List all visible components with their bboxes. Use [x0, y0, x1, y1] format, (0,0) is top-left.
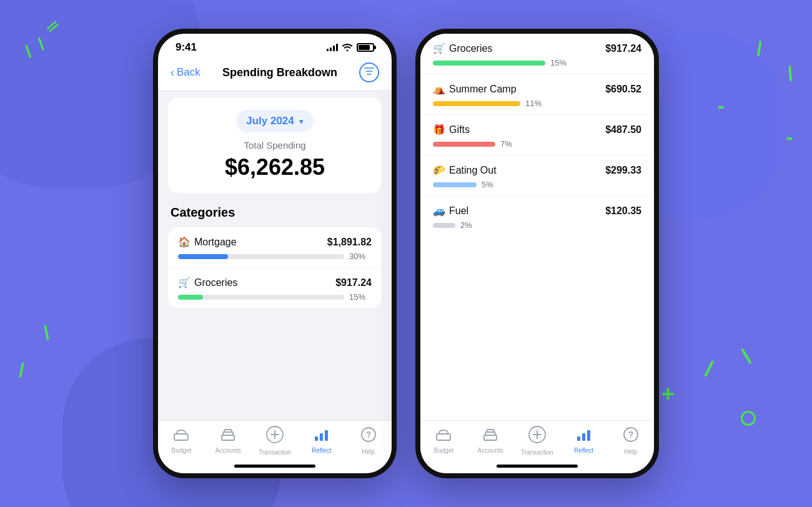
groceries-progress-bg-1 [178, 295, 344, 300]
p2-amount-fuel: $120.35 [605, 205, 641, 217]
p2-amount-eatingout: $299.33 [605, 165, 641, 176]
deco-slash-bl: / [19, 359, 24, 382]
phones-container: 9:41 [153, 29, 659, 478]
p2-row-groceries: 🛒 Groceries $917.24 [433, 42, 641, 54]
groceries-emoji-1: 🛒 [178, 277, 191, 288]
p2-name-gifts: 🎁 Gifts [433, 124, 470, 135]
p2-pl-summercamp: 11% [525, 99, 548, 108]
p2-pl-groceries: 15% [550, 58, 573, 67]
p2-category-groceries: 🛒 Groceries $917.24 15% [420, 34, 654, 74]
tab-budget-1[interactable]: Budget [162, 428, 200, 454]
p2-fuel-emoji: 🚙 [433, 205, 445, 217]
category-row-groceries-1: 🛒 Groceries $917.24 [178, 277, 372, 288]
p2-name-eatingout: 🌮 Eating Out [433, 164, 497, 176]
signal-bar-1 [327, 49, 329, 51]
p2-pb-groceries [433, 61, 545, 66]
month-selector[interactable]: July 2024 ▾ [236, 110, 314, 132]
deco-backslash-bl: \ [44, 322, 49, 345]
tab-label-accounts-2: Accounts [478, 447, 503, 454]
tab-reflect-2[interactable]: Reflect [565, 428, 603, 454]
groceries-progress-label-1: 15% [349, 292, 372, 302]
tab-budget-2[interactable]: Budget [425, 428, 462, 454]
p2-progress-gifts: 7% [433, 139, 641, 149]
p2-name-summercamp: ⛺ Summer Camp [433, 83, 517, 95]
tab-label-reflect-2: Reflect [574, 447, 593, 454]
transaction-icon-2 [528, 426, 546, 447]
tab-reflect-1[interactable]: Reflect [303, 428, 340, 454]
back-button[interactable]: ‹ Back [171, 66, 201, 79]
tab-label-transaction-2: Transaction [521, 449, 553, 456]
mortgage-emoji: 🏠 [178, 236, 191, 248]
svg-text:?: ? [628, 430, 633, 440]
svg-rect-8 [315, 436, 318, 441]
p2-progress-eatingout: 5% [433, 180, 641, 189]
tab-accounts-1[interactable]: Accounts [209, 428, 247, 454]
tab-accounts-2[interactable]: Accounts [472, 428, 509, 454]
filter-icon [364, 67, 374, 78]
deco-dash-tr: - [718, 94, 725, 118]
signal-bar-3 [333, 46, 335, 51]
p2-eatingout-emoji: 🌮 [433, 164, 445, 176]
svg-rect-3 [174, 434, 188, 440]
tab-label-help-2: Help [624, 448, 637, 455]
tab-label-transaction-1: Transaction [259, 449, 291, 456]
p2-pbf-eatingout [433, 182, 477, 187]
phone2-content: 🛒 Groceries $917.24 15% [420, 34, 654, 420]
p2-pbf-gifts [433, 142, 495, 147]
wifi-icon-1 [342, 42, 353, 53]
tab-bar-2: Budget Accounts [420, 420, 654, 458]
budget-icon-2 [435, 428, 452, 445]
nav-bar-1: ‹ Back Spending Breakdown [158, 57, 392, 90]
category-list-1: 🏠 Mortgage $1,891.82 30% [168, 227, 382, 308]
p2-pb-summercamp [433, 101, 520, 106]
p2-row-eatingout: 🌮 Eating Out $299.33 [433, 164, 641, 176]
filter-button[interactable] [359, 62, 379, 82]
category-name-groceries-1: 🛒 Groceries [178, 277, 237, 288]
tab-label-help-1: Help [362, 448, 375, 455]
p2-pb-fuel [433, 223, 455, 228]
signal-bar-2 [330, 47, 332, 51]
p2-progress-summercamp: 11% [433, 99, 641, 108]
p2-name-fuel: 🚙 Fuel [433, 205, 468, 217]
home-indicator-1 [158, 458, 392, 473]
deco-plus-br: + [661, 381, 675, 407]
p2-row-gifts: 🎁 Gifts $487.50 [433, 124, 641, 135]
mortgage-progress-bg [178, 254, 344, 259]
transaction-icon-1 [266, 426, 284, 447]
tab-transaction-1[interactable]: Transaction [256, 426, 294, 456]
p2-amount-gifts: $487.50 [605, 124, 641, 135]
tab-transaction-2[interactable]: Transaction [518, 426, 556, 456]
svg-rect-14 [484, 435, 497, 440]
phone-2: 🛒 Groceries $917.24 15% [415, 29, 659, 478]
p2-pb-eatingout [433, 182, 477, 187]
p2-pl-eatingout: 5% [482, 180, 504, 189]
tab-help-1[interactable]: ? Help [350, 426, 387, 455]
category-row-mortgage: 🏠 Mortgage $1,891.82 [178, 236, 372, 248]
month-chevron-icon: ▾ [299, 117, 304, 126]
p2-row-fuel: 🚙 Fuel $120.35 [433, 205, 641, 217]
p2-amount-groceries: $917.24 [605, 43, 641, 54]
svg-rect-9 [320, 433, 323, 441]
p2-category-eatingout: 🌮 Eating Out $299.33 5% [420, 155, 654, 196]
p2-groceries-emoji: 🛒 [433, 42, 445, 54]
p2-row-summercamp: ⛺ Summer Camp $690.52 [433, 83, 641, 95]
accounts-icon-1 [220, 428, 235, 445]
battery-fill-1 [359, 45, 370, 50]
summary-card: July 2024 ▾ Total Spending $6,262.85 [168, 97, 382, 193]
battery-1 [357, 43, 374, 52]
p2-summercamp-emoji: ⛺ [433, 83, 445, 95]
svg-rect-19 [582, 433, 585, 441]
accounts-icon-2 [483, 428, 498, 445]
tab-label-accounts-1: Accounts [215, 447, 241, 454]
mortgage-amount: $1,891.82 [327, 237, 372, 248]
svg-text:?: ? [365, 430, 371, 440]
p2-pl-gifts: 7% [500, 139, 523, 149]
category-item-groceries-1: 🛒 Groceries $917.24 15% [168, 268, 382, 308]
svg-rect-10 [325, 430, 328, 441]
home-indicator-2 [420, 458, 654, 473]
phone2-category-list: 🛒 Groceries $917.24 15% [420, 34, 654, 236]
deco-dash-tr2: - [786, 125, 793, 149]
categories-heading: Categories [168, 205, 382, 220]
p2-progress-groceries: 15% [433, 58, 641, 67]
tab-help-2[interactable]: ? Help [612, 426, 650, 455]
